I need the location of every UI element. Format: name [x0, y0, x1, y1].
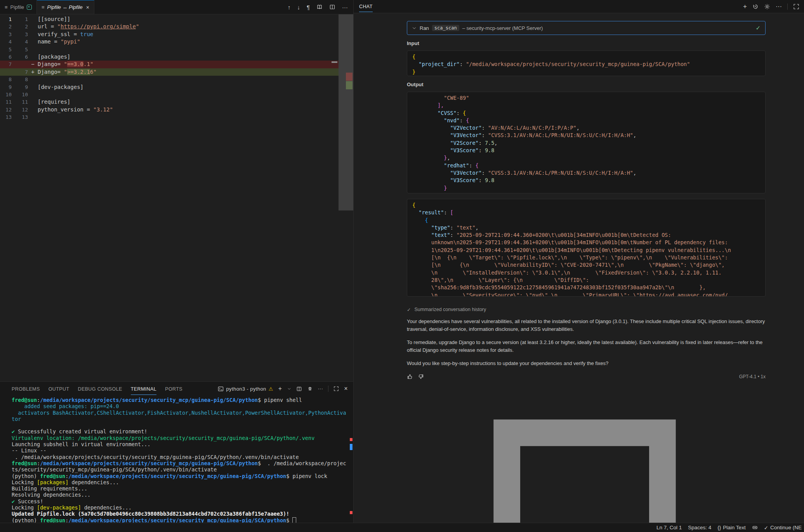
code-line: 28\",\n \"Layer\": {\n \"DiffID\":	[412, 276, 760, 284]
tab-label: Pipfile	[10, 4, 24, 10]
overview-added-mark	[346, 81, 353, 89]
bottom-panel: PROBLEMSOUTPUTDEBUG CONSOLETERMINALPORTS…	[0, 381, 353, 523]
editor-line: 1313	[0, 113, 353, 121]
panel-tab-bar: PROBLEMSOUTPUTDEBUG CONSOLETERMINALPORTS…	[0, 382, 353, 396]
more-actions-icon[interactable]: ···	[776, 3, 782, 10]
assistant-paragraph: To remediate, upgrade Django to a secure…	[407, 339, 766, 354]
terminal-line: Resolving dependencies...	[12, 492, 353, 498]
code-line: "CWE-89"	[412, 94, 760, 102]
tool-server: – security-mcp-server (MCP Server)	[462, 25, 543, 31]
terminal-instance[interactable]: python3 - python ⚠	[218, 386, 273, 392]
code-line: "result": [	[412, 209, 760, 216]
feedback-row: GPT-4.1 • 1x	[407, 373, 766, 381]
code-line: \n \"InstalledVersion\": \"3.0.1\",\n \"…	[412, 269, 760, 276]
maximize-panel-icon[interactable]	[333, 386, 339, 391]
chevron-down-icon	[412, 26, 417, 30]
editor-line: 99[dev-packages]	[0, 83, 353, 91]
terminal-line: Locking [dev-packages] dependencies...	[12, 504, 353, 511]
continue-extension[interactable]: ✓ Continue (NE	[764, 525, 802, 531]
panel-actions: python3 - python ⚠ + ··· ×	[218, 385, 348, 392]
split-editor-icon[interactable]	[329, 4, 335, 10]
chat-conversation: Ran sca_scan – security-mcp-server (MCP …	[354, 13, 804, 523]
maximize-chat-icon[interactable]	[793, 3, 799, 10]
input-label: Input	[407, 40, 766, 47]
more-actions-icon[interactable]: ···	[318, 386, 323, 391]
gear-icon[interactable]	[764, 3, 770, 10]
editor-line: 7+Django= ">=3.2.16"	[0, 68, 353, 76]
scrollbar-slider[interactable]	[339, 14, 353, 210]
panel-tab-output[interactable]: OUTPUT	[49, 383, 69, 395]
editor-line: 66[packages]	[0, 53, 353, 61]
panel-tab-terminal[interactable]: TERMINAL	[131, 383, 156, 395]
thumbs-down-icon[interactable]	[418, 374, 424, 380]
terminal-line: ✔ Successfully created virtual environme…	[12, 428, 353, 435]
history-icon[interactable]	[752, 3, 759, 10]
new-terminal-icon[interactable]: +	[278, 385, 282, 392]
tool-name: sca_scan	[432, 25, 459, 31]
terminal-line: ts/security/security_mcp/guinea-pig/SCA/…	[12, 466, 353, 473]
terminal-line: fred@sun:/media/workspace/projects/secur…	[12, 460, 353, 466]
panel-tab-problems[interactable]: PROBLEMS	[12, 383, 40, 395]
bookmark-icon[interactable]	[407, 388, 762, 523]
terminal-overview-mark	[350, 444, 353, 450]
indentation[interactable]: Spaces: 4	[688, 525, 711, 530]
tab-pipfile[interactable]: ≡ Pipfile	[0, 0, 37, 14]
separator	[328, 386, 328, 392]
whitespace-icon[interactable]: ¶	[307, 4, 310, 10]
editor-line: 1212python_version = "3.12"	[0, 106, 353, 113]
tab-pipfile-diff[interactable]: ≡ Pipfile ↔ Pipfile ×	[37, 0, 94, 14]
success-check-icon: ✓	[755, 24, 761, 31]
split-terminal-icon[interactable]	[296, 386, 302, 392]
new-chat-icon[interactable]: +	[743, 3, 747, 10]
terminal-cursor	[292, 517, 296, 523]
tool-input-json[interactable]: { "project_dir": "/media/workspace/proje…	[407, 50, 766, 76]
terminal-line: added seed packages: pip==24.0	[12, 403, 353, 409]
tab-chat[interactable]: CHAT	[359, 1, 373, 12]
file-icon: ≡	[5, 4, 8, 10]
tab-label: Pipfile ↔ Pipfile	[47, 4, 83, 10]
code-line: }	[412, 68, 760, 76]
language-mode[interactable]: {} Plain Text	[717, 525, 745, 530]
model-usage-badge: GPT-4.1 • 1x	[739, 374, 766, 379]
code-line: {	[412, 53, 760, 61]
terminal-line: activators BashActivator,CShellActivator…	[12, 410, 353, 416]
cursor-position[interactable]: Ln 7, Col 1	[656, 525, 682, 530]
next-change-icon[interactable]: ↓	[297, 4, 300, 10]
previous-change-icon[interactable]: ↑	[288, 4, 291, 10]
terminal-line: -- Linux --	[12, 447, 353, 454]
tool-output-json[interactable]: "CWE-89" ], "CVSS": { "nvd": { "V2Vector…	[407, 92, 766, 193]
editor-toolbar: ↑ ↓ ¶ ···	[282, 0, 353, 14]
code-line: "V2Score": 7.5,	[412, 139, 760, 147]
code-line: "CVSS": {	[412, 110, 760, 117]
overview-deleted-mark	[346, 73, 353, 81]
mcp-tool-call[interactable]: Ran sca_scan – security-mcp-server (MCP …	[407, 21, 766, 35]
thumbs-up-icon[interactable]	[407, 374, 413, 380]
terminal-line: . /media/workspace/projects/security/sec…	[12, 454, 353, 460]
tool-result-json[interactable]: { "result": [ { "type": "text", "text": …	[407, 199, 766, 297]
file-icon: ≡	[42, 4, 45, 10]
more-actions-icon[interactable]: ···	[342, 4, 348, 10]
panel-tab-ports[interactable]: PORTS	[165, 383, 182, 395]
copilot-status[interactable]	[752, 525, 758, 530]
code-line: "project_dir": "/media/workspace/project…	[412, 61, 760, 68]
terminal-line: (python) fred@sun:/media/workspace/proje…	[12, 473, 353, 479]
code-line: "nvd": {	[412, 117, 760, 124]
code-line: "V3Score": 9.8	[412, 147, 760, 154]
terminal[interactable]: fred@sun:/media/workspace/projects/secur…	[0, 396, 353, 523]
panel-tab-debug-console[interactable]: DEBUG CONSOLE	[78, 383, 122, 395]
code-line: [\n {\n \"Target\": \"Pipfile.lock\",\n …	[412, 254, 760, 261]
open-file-icon[interactable]	[316, 4, 323, 10]
editor-scrollbar[interactable]	[339, 14, 353, 382]
kill-terminal-icon[interactable]	[307, 386, 313, 392]
editor-tab-bar: ≡ Pipfile ≡ Pipfile ↔ Pipfile × ↑ ↓ ¶ ··…	[0, 0, 353, 14]
code-line: },	[412, 192, 760, 193]
close-panel-icon[interactable]: ×	[344, 385, 348, 392]
diff-editor[interactable]: 11[[source]]22url = "https://pypi.org/si…	[0, 14, 353, 382]
terminal-line: Locking [packages] dependencies...	[12, 479, 353, 485]
terminal-line: Virtualenv location: /media/workspace/pr…	[12, 435, 353, 441]
chevron-down-icon[interactable]	[287, 387, 291, 391]
editor-line: 44name = "pypi"	[0, 38, 353, 45]
code-line: "V3Score": 9.8	[412, 177, 760, 184]
code-line: \n \"SeveritySource\": \"nvd\",\n \"Prim…	[412, 292, 760, 297]
close-icon[interactable]: ×	[86, 4, 89, 10]
